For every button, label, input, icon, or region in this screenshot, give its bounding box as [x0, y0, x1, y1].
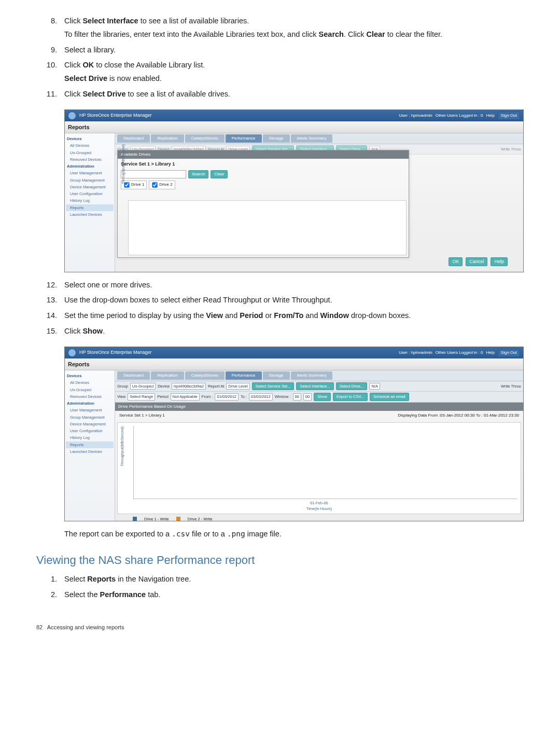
sidebar-groupmgmt[interactable]: Group Management	[66, 414, 114, 421]
sidebar-devmgmt[interactable]: Device Management	[66, 184, 114, 190]
instruction-step: 13.Use the drop-down boxes to select eit…	[36, 295, 524, 308]
app-title: HP StoreOnce Enterprise Manager	[79, 349, 151, 356]
tab-storage[interactable]: Storage	[263, 371, 290, 380]
empty-chart-area	[128, 200, 407, 255]
sidebar-launched[interactable]: Launched Devices	[66, 211, 114, 218]
export-csv-button[interactable]: Export to CSV...	[333, 393, 368, 400]
chart-ylabel: Throughput(MB/Second)	[120, 426, 125, 466]
nav-tree[interactable]: Devices All Devices Un-Grouped Removed D…	[65, 370, 115, 521]
instruction-step: 10.Click OK to close the Available Libra…	[36, 60, 524, 87]
window-hh[interactable]: 00	[293, 393, 301, 400]
sidebar-removed[interactable]: Removed Devices	[66, 393, 114, 400]
breadcrumb: Service Set 1 > Library 1	[121, 161, 405, 168]
cancel-button[interactable]: Cancel	[466, 257, 487, 267]
tabs: Dashboard Replication CatalystStores Per…	[115, 370, 523, 381]
sign-out-button[interactable]: Sign Out	[498, 112, 520, 120]
drive-checkbox-2[interactable]: Drive 2	[149, 181, 175, 189]
instruction-step: 2.Select the Performance tab.	[36, 589, 524, 603]
sidebar-ungrouped[interactable]: Un-Grouped	[66, 149, 114, 156]
sidebar-devices[interactable]: Devices	[66, 135, 114, 142]
user-label: User : hpinvadmin	[399, 113, 432, 119]
sidebar-launched[interactable]: Launched Devices	[66, 448, 114, 455]
sidebar-removed[interactable]: Removed Devices	[66, 156, 114, 163]
tab-alerts[interactable]: Alerts Summary	[291, 371, 333, 380]
tab-replication[interactable]: Replication	[151, 134, 184, 143]
help-button[interactable]: Help	[491, 257, 508, 267]
sidebar-usercfg[interactable]: User Configuration	[66, 427, 114, 434]
group-select[interactable]: Un-Grouped	[130, 383, 156, 390]
chart-ylabel: Throughput(MB/Second)	[121, 144, 127, 184]
sidebar-usermgmt[interactable]: User Management	[66, 170, 114, 176]
clear-button[interactable]: Clear	[211, 170, 228, 178]
tab-catalyst[interactable]: CatalystStores	[185, 371, 225, 380]
tab-dashboard[interactable]: Dashboard	[117, 134, 150, 143]
filters-row-1: GroupUn-Grouped Devicehpd4908ec3d9a2 Rep…	[115, 381, 523, 392]
sidebar-admin[interactable]: Administration	[66, 163, 114, 170]
from-date[interactable]: 01/03/2012	[215, 393, 239, 400]
chart-x-axis-label: Time(in Hours)	[118, 506, 521, 512]
tab-alerts[interactable]: Alerts Summary	[291, 134, 333, 143]
screenshot-available-drives: HP StoreOnce Enterprise Manager User : h…	[64, 109, 524, 272]
tab-storage[interactable]: Storage	[263, 134, 290, 143]
na-select[interactable]: N/A	[369, 383, 380, 390]
tab-catalyst[interactable]: CatalystStores	[185, 134, 225, 143]
tab-performance[interactable]: Performance	[226, 371, 262, 380]
sidebar-reports[interactable]: Reports	[66, 204, 114, 211]
tab-dashboard[interactable]: Dashboard	[117, 371, 150, 380]
other-users-label: Other Users Logged in : 0	[436, 350, 483, 356]
window-titlebar: HP StoreOnce Enterprise Manager User : h…	[65, 347, 523, 358]
chart-breadcrumb: Service Set 1 > Library 1	[119, 412, 165, 419]
section-heading: Viewing the NAS share Performance report	[36, 551, 524, 569]
select-service-set-button[interactable]: Select Service Set...	[252, 382, 295, 390]
period-select[interactable]: Not Applicable	[171, 393, 200, 400]
help-link[interactable]: Help	[486, 350, 494, 356]
tab-performance[interactable]: Performance	[226, 134, 262, 143]
sidebar-reports[interactable]: Reports	[66, 441, 114, 448]
instruction-step: 15.Click Show.	[36, 326, 524, 339]
sidebar-devmgmt[interactable]: Device Management	[66, 421, 114, 427]
tab-replication[interactable]: Replication	[151, 371, 184, 380]
filters-row-2: ViewSelect Range PeriodNot Applicable Fr…	[115, 392, 523, 402]
schedule-email-button[interactable]: Schedule an email	[370, 393, 409, 400]
sidebar-ungrouped[interactable]: Un-Grouped	[66, 386, 114, 393]
export-note: The report can be exported to a .csv fil…	[64, 529, 524, 540]
chart-panel-title: Drive Performance Based On Usage	[115, 403, 523, 411]
to-date[interactable]: 03/03/2012	[249, 393, 273, 400]
user-label: User : hpinvadmin	[399, 350, 432, 356]
window-mm[interactable]: 00	[303, 393, 312, 400]
hp-logo-icon	[68, 349, 76, 357]
window-titlebar: HP StoreOnce Enterprise Manager User : h…	[65, 110, 523, 121]
search-button[interactable]: Search	[188, 170, 208, 178]
tabs: Dashboard Replication CatalystStores Per…	[115, 133, 523, 144]
help-link[interactable]: Help	[486, 113, 494, 119]
select-drive-button[interactable]: Select Drive...	[336, 382, 368, 390]
sidebar-usermgmt[interactable]: User Management	[66, 407, 114, 413]
screenshot-drive-performance: HP StoreOnce Enterprise Manager User : h…	[64, 347, 524, 521]
chart-range-note: Displaying Data From :03-Jan-2012 00:30 …	[398, 412, 519, 419]
sidebar-admin[interactable]: Administration	[66, 400, 114, 407]
sign-out-button[interactable]: Sign Out	[498, 349, 520, 357]
nav-tree[interactable]: Devices All Devices Un-Grouped Removed D…	[65, 133, 115, 272]
sidebar-devices[interactable]: Devices	[66, 372, 114, 379]
instruction-step: 1.Select Reports in the Navigation tree.	[36, 574, 524, 587]
device-select[interactable]: hpd4908ec3d9a2	[172, 383, 206, 390]
filter-input[interactable]	[121, 170, 186, 178]
sidebar-groupmgmt[interactable]: Group Management	[66, 177, 114, 184]
app-title: HP StoreOnce Enterprise Manager	[79, 112, 151, 119]
sidebar-all-devices[interactable]: All Devices	[66, 379, 114, 386]
sidebar-history[interactable]: History Log	[66, 197, 114, 204]
sidebar-all-devices[interactable]: All Devices	[66, 142, 114, 149]
show-button[interactable]: Show	[314, 393, 331, 400]
sidebar-history[interactable]: History Log	[66, 434, 114, 441]
instruction-step: 14.Set the time period to display by usi…	[36, 310, 524, 324]
view-select[interactable]: Select Range	[128, 393, 155, 400]
instruction-step: 9.Select a library.	[36, 45, 524, 58]
sidebar-usercfg[interactable]: User Configuration	[66, 190, 114, 197]
reportat-select[interactable]: Drive Level	[226, 383, 250, 390]
instruction-step: 12.Select one or more drives.	[36, 280, 524, 293]
page-footer: 82 Accessing and viewing reports	[36, 623, 524, 632]
other-users-label: Other Users Logged in : 0	[436, 113, 483, 119]
ok-button[interactable]: OK	[449, 257, 463, 267]
select-interface-button[interactable]: Select Interface...	[296, 382, 333, 390]
throughput-chart: Throughput(MB/Second) 01-Feb-00 Time(in …	[117, 422, 521, 514]
